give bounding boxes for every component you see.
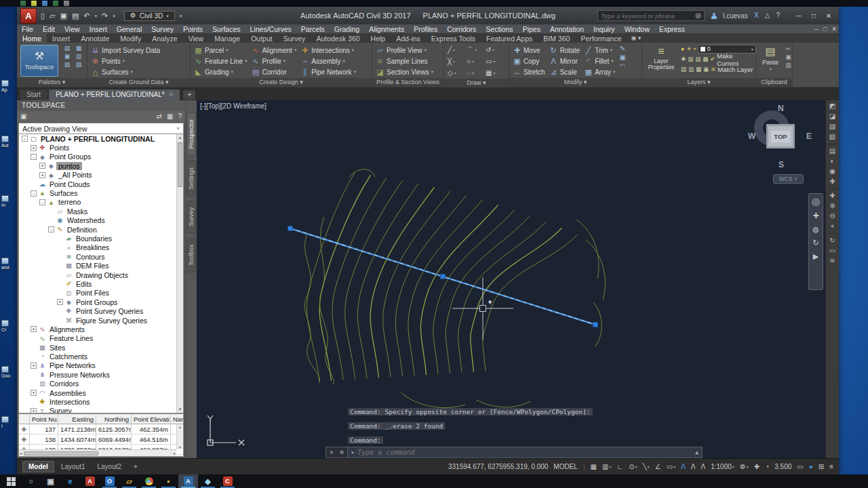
ribbon-tab-annotate[interactable]: Annotate <box>75 33 115 43</box>
collapse-icon[interactable]: - <box>39 199 45 205</box>
ribbon-button-scale[interactable]: ⊿Scale <box>549 66 580 77</box>
search-icon[interactable]: ◎ <box>695 12 701 19</box>
toolspace-tab-toolbox[interactable]: Toolbox <box>186 238 196 272</box>
tree-item[interactable]: ≋Contours <box>19 252 183 261</box>
layout-tab-layout1[interactable]: Layout1 <box>56 462 91 472</box>
docked-tool-icon[interactable]: ◪ <box>829 113 835 120</box>
palette-mini-icon[interactable]: ▥ <box>74 53 83 60</box>
docked-tool-icon[interactable]: ▧ <box>829 134 835 140</box>
panel-label[interactable]: Create Ground Data ▾ <box>87 78 190 87</box>
layer-tool-icon[interactable]: ▥ <box>688 66 694 73</box>
menu-item[interactable]: General <box>112 25 146 33</box>
search-input[interactable] <box>601 12 693 20</box>
ribbon-button-intersections[interactable]: ✚Intersections▾ <box>300 45 356 56</box>
compass-north[interactable]: N <box>778 104 784 113</box>
draw-tool-icon[interactable]: ▦▾ <box>486 68 503 79</box>
ribbon-tab-help[interactable]: Help <box>366 33 391 43</box>
collapse-icon[interactable]: - <box>22 136 28 142</box>
new-icon[interactable]: ▯ <box>41 12 45 20</box>
ribbon-tab-view[interactable]: View <box>183 33 210 43</box>
toolspace-button[interactable]: ⚒Toolspace <box>20 45 58 77</box>
recorder-icon[interactable]: C <box>218 474 237 488</box>
menu-item[interactable]: Corridors <box>442 25 481 33</box>
minimize-button[interactable]: ─ <box>791 12 806 20</box>
edge-icon[interactable]: e <box>60 474 80 488</box>
ribbon-tab-output[interactable]: Output <box>245 33 278 43</box>
view-cube[interactable]: N W E S TOP <box>749 106 812 168</box>
toolspace-toolbar-icon[interactable]: ⇄ <box>157 113 162 120</box>
compass-west[interactable]: W <box>748 131 755 141</box>
palette-mini-icon[interactable]: ▣ <box>62 53 72 60</box>
qat-customize-caret-icon[interactable]: ▾ <box>180 14 182 18</box>
tree-item[interactable]: -◈Point Groups <box>19 152 183 161</box>
ribbon-tab-bim-360[interactable]: BIM 360 <box>538 33 575 43</box>
docked-tool-icon[interactable]: ◉ <box>829 168 835 175</box>
draw-tool-icon[interactable]: ⌒▾ <box>467 45 484 56</box>
chrome-icon[interactable] <box>139 474 159 488</box>
sticky-notes-icon[interactable]: ▪ <box>159 474 178 488</box>
layout-tab-model[interactable]: Model <box>22 461 54 472</box>
menu-item[interactable]: Grading <box>330 25 364 33</box>
collapse-icon[interactable]: - <box>48 226 54 232</box>
tree-item[interactable]: ◉Watersheds <box>19 216 183 225</box>
orbit-icon[interactable]: ↻ <box>812 239 818 247</box>
toolspace-tab-survey[interactable]: Survey <box>186 201 196 233</box>
task-view-button[interactable]: ▣ <box>41 474 60 488</box>
autocad-icon[interactable]: A <box>80 474 100 488</box>
tree-item[interactable]: +◈Point Groups <box>19 298 183 306</box>
tree-item[interactable]: -▢PLANO + PERFIL LONGITUDINAL <box>19 134 183 143</box>
docked-tool-icon[interactable]: ✚ <box>829 178 835 185</box>
ribbon-tab-insert[interactable]: Insert <box>47 33 75 43</box>
help-search-box[interactable]: ◎ <box>597 10 705 21</box>
tree-item[interactable]: ⋔Pressure Networks <box>19 370 183 379</box>
column-header[interactable]: Point Elevati... <box>132 414 171 424</box>
tree-item[interactable]: ⊡Point Files <box>19 289 183 298</box>
annotation-auto-icon[interactable]: Λ <box>691 464 696 470</box>
menu-item[interactable]: Parcels <box>296 25 330 33</box>
draw-tool-icon[interactable]: ○▾ <box>467 56 484 67</box>
tree-item[interactable]: ▥Corridors <box>19 380 183 388</box>
tree-item[interactable]: +⋔Pipe Networks <box>19 361 183 370</box>
application-menu-button[interactable]: A <box>20 8 37 24</box>
docked-tool-icon[interactable]: ↻ <box>829 237 835 244</box>
fullscreen-icon[interactable]: ⊞ <box>818 464 824 470</box>
tree-item[interactable]: +◠Assemblies <box>19 388 183 397</box>
tree-item[interactable]: ✚Intersections <box>19 397 183 406</box>
menu-item[interactable]: Annotation <box>545 25 589 33</box>
osnap-icon[interactable]: ∠ <box>655 464 661 470</box>
palette-mini-icon[interactable]: ▨ <box>74 61 83 68</box>
history-up-icon[interactable]: ▲ <box>695 450 698 455</box>
paste-button[interactable]: ▤Paste▾ <box>760 45 781 73</box>
docked-tool-icon[interactable]: ▤ <box>829 148 835 155</box>
menu-item[interactable]: Edit <box>38 25 60 33</box>
undo-caret-icon[interactable]: ▾ <box>95 14 98 18</box>
zoom-icon[interactable]: ◍ <box>812 226 819 233</box>
new-drawing-tab-button[interactable]: + <box>183 90 195 100</box>
clipboard-mini-icon[interactable]: ✂ <box>785 46 791 52</box>
snap-icon[interactable]: ▥▾ <box>602 464 611 470</box>
ribbon-tab-featured-apps[interactable]: Featured Apps <box>481 33 538 43</box>
menu-item[interactable]: Insert <box>85 25 112 33</box>
ribbon-tab-analyze[interactable]: Analyze <box>146 33 182 43</box>
desktop-icon[interactable]: Aut <box>1 136 9 148</box>
close-icon[interactable]: ✕ <box>169 92 174 98</box>
tree-item[interactable]: -▲terreno <box>19 198 183 207</box>
polar-tracking-icon[interactable]: ⊙▾ <box>629 464 637 470</box>
ribbon-button-mirror[interactable]: ΛMirror <box>549 56 580 66</box>
annotation-people-icon[interactable]: Λ <box>701 464 706 470</box>
menu-item[interactable]: Points <box>178 25 208 33</box>
exchange-apps-icon[interactable]: Ⅹ <box>754 12 759 19</box>
drawing-area[interactable]: [-][Top][2D Wireframe] + N W E S TOP WCS… <box>197 100 839 458</box>
ribbon-tab-performance[interactable]: Performance <box>575 33 627 43</box>
menu-item[interactable]: Lines/Curves <box>245 25 296 33</box>
palette-mini-icon[interactable]: ▤ <box>62 45 72 52</box>
panel-label[interactable]: Layers ▾ <box>642 78 755 87</box>
toolspace-tab-settings[interactable]: Settings <box>186 161 196 197</box>
expand-icon[interactable]: + <box>31 408 37 413</box>
menu-item[interactable]: Survey <box>146 25 178 33</box>
dynamic-input-icon[interactable]: ▭▾ <box>667 464 675 470</box>
toolspace-tab-prospector[interactable]: Prospector <box>186 113 196 156</box>
close-icon[interactable]: ✕ <box>326 449 336 455</box>
docked-tool-icon[interactable]: ✚ <box>829 192 835 199</box>
a360-icon[interactable]: △ <box>765 12 770 19</box>
